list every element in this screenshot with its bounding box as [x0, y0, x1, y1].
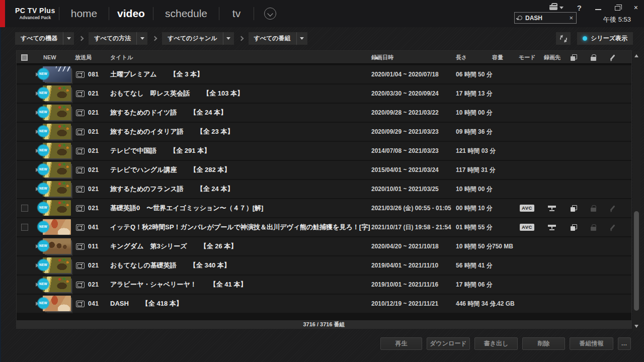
destination-device-icon [548, 225, 556, 230]
tv-icon [76, 90, 85, 97]
scrollbar-thumb[interactable] [634, 211, 639, 311]
program-info-button[interactable]: 番組情報 [570, 337, 613, 350]
duration: 10 時間 00 分 [456, 104, 493, 122]
duration: 17 時間 13 分 [456, 84, 493, 103]
col-mode[interactable]: モード [519, 51, 536, 64]
table-row[interactable]: NEW021旅するためのドイツ語【全 24 本】2020/09/28 ~ 202… [17, 104, 631, 122]
channel-number: 021 [88, 84, 99, 103]
title-cell: イッテQ！秋2時間SP！ガンバレがプールで神演技＆出川デヴィ熊の鮭捕獲を見ろ！[… [110, 218, 370, 236]
breadcrumb-chevron-icon [152, 36, 157, 41]
play-button[interactable]: 再生 [380, 337, 422, 350]
table-row[interactable]: NEW041イッテQ！秋2時間SP！ガンバレがプールで神演技＆出川デヴィ熊の鮭捕… [17, 218, 631, 236]
scroll-down-icon[interactable] [634, 325, 638, 328]
download-button[interactable]: ダウンロード [427, 337, 470, 350]
pencil-icon[interactable] [609, 54, 616, 61]
duration: 121 時間 03 分 [456, 142, 496, 160]
tab-tv[interactable]: tv [219, 8, 254, 20]
series-display-toggle[interactable]: シリーズ表示 [577, 32, 633, 45]
recording-date: 2014/07/08 ~ 2021/03/23 [371, 142, 439, 160]
file-size: 1.42 GB [492, 295, 515, 313]
table-row[interactable]: NEW041DASH【全 418 本】2010/12/19 ~ 2021/11/… [17, 295, 631, 313]
duration: 00 時間 10 分 [456, 199, 493, 217]
channel-number: 021 [88, 256, 99, 275]
tools-menu-button[interactable] [549, 5, 564, 10]
recordings-panel: NEW 放送局 タイトル 録画日時 長さ 容量 モード 録画先 NEW081土曜… [16, 50, 632, 329]
tab-home[interactable]: home [59, 8, 109, 20]
more-button[interactable]: … [618, 337, 631, 350]
lock-icon[interactable] [590, 54, 596, 61]
vertical-scrollbar[interactable] [633, 51, 640, 331]
thumbnail: NEW [43, 85, 71, 101]
search-clear-icon[interactable]: × [569, 15, 573, 21]
help-button[interactable]: ? [577, 4, 582, 12]
table-row[interactable]: NEW081土曜プレミアム【全 3 本】2020/01/04 ~ 2020/07… [17, 65, 631, 83]
table-row[interactable]: NEW021おもてなしの基礎英語【全 340 本】2019/04/01 ~ 20… [17, 256, 631, 275]
table-row[interactable]: NEW021テレビで中国語【全 291 本】2014/07/08 ~ 2021/… [17, 142, 631, 160]
tab-schedule[interactable]: schedule [153, 8, 219, 20]
pencil-icon [609, 205, 616, 212]
export-button[interactable]: 書き出し [474, 337, 518, 350]
dropdown-caret-icon[interactable] [63, 32, 74, 45]
title-cell: 旅するためのイタリア語【全 23 本】 [110, 123, 233, 141]
tv-icon [76, 186, 85, 193]
dropdown-caret-icon[interactable] [136, 32, 147, 45]
col-rec-date[interactable]: 録画日時 [371, 51, 379, 64]
file-size: 750 MB [492, 237, 513, 255]
lock-icon [590, 224, 596, 231]
table-row[interactable]: NEW021テレビでハングル講座【全 282 本】2015/04/01 ~ 20… [17, 161, 631, 179]
thumbnail: NEW [43, 277, 71, 292]
main-nav: home video schedule tv [59, 0, 276, 27]
program-title: 旅するためのドイツ語 [110, 104, 177, 122]
col-size[interactable]: 容量 [492, 51, 503, 64]
program-title: DASH [110, 295, 129, 313]
tv-icon [76, 71, 85, 78]
filter-genre-dropdown[interactable]: すべてのジャンル [162, 32, 233, 45]
thumbnail: NEW [43, 238, 71, 254]
refresh-button[interactable] [556, 32, 571, 45]
tv-icon [76, 205, 85, 212]
channel-number: 021 [88, 123, 99, 141]
copy-icon[interactable] [571, 54, 577, 61]
episode-count: 【全 418 本】 [142, 295, 183, 313]
nav-more-chevron-icon[interactable] [264, 8, 276, 20]
dropdown-caret-icon[interactable] [296, 32, 307, 45]
duration: 117 時間 31 分 [456, 161, 496, 179]
restore-button[interactable] [615, 6, 620, 11]
col-destination[interactable]: 録画先 [544, 51, 560, 64]
recording-date: 2019/10/01 ~ 2021/11/16 [371, 276, 438, 294]
close-button[interactable]: × [634, 4, 638, 11]
table-row[interactable]: NEW021基礎英語0 〜世界エイゴミッション〜（４７）[解]2021/03/2… [17, 199, 631, 217]
col-title[interactable]: タイトル [110, 51, 133, 64]
program-title: キングダム 第3シリーズ [110, 237, 187, 255]
dropdown-caret-icon[interactable] [223, 32, 234, 45]
thumbnail: NEW [43, 124, 71, 139]
toolbox-icon [549, 5, 557, 10]
table-row[interactable]: NEW011キングダム 第3シリーズ【全 26 本】2020/04/20 ~ 2… [17, 237, 631, 255]
delete-button[interactable]: 削除 [522, 337, 565, 350]
table-row[interactable]: NEW021旅するためのイタリア語【全 23 本】2020/09/29 ~ 20… [17, 123, 631, 141]
row-checkbox[interactable] [21, 224, 28, 231]
filter-device-dropdown[interactable]: すべての機器 [15, 32, 74, 45]
col-length[interactable]: 長さ [456, 51, 467, 64]
search-box[interactable]: × [514, 12, 577, 24]
titlebar: PC TV Plus Advanced Pack home video sche… [0, 0, 644, 27]
new-badge: NEW [38, 126, 49, 137]
row-checkbox[interactable] [21, 205, 28, 212]
tab-video[interactable]: video [109, 8, 153, 20]
new-badge: NEW [38, 164, 49, 175]
filter-program-dropdown[interactable]: すべての番組 [249, 32, 307, 45]
channel-number: 041 [88, 295, 99, 313]
channel-number: 011 [88, 237, 99, 255]
col-new[interactable]: NEW [43, 51, 56, 64]
col-station[interactable]: 放送局 [75, 51, 92, 64]
table-row[interactable]: NEW021おもてなし 即レス英会話【全 103 本】2020/03/30 ~ … [17, 84, 631, 103]
title-cell: おもてなしの基礎英語【全 340 本】 [110, 256, 230, 275]
scroll-up-icon[interactable] [634, 54, 638, 57]
filter-method-dropdown[interactable]: すべての方法 [89, 32, 147, 45]
table-row[interactable]: NEW021旅するためのフランス語【全 24 本】2020/10/01 ~ 20… [17, 180, 631, 198]
episode-count: 【全 23 本】 [197, 123, 234, 141]
search-input[interactable] [525, 15, 566, 22]
minimize-button[interactable] [595, 9, 601, 10]
select-all-checkbox[interactable] [21, 54, 28, 61]
table-row[interactable]: NEW021アラビーヤ・シャベリーヤ！【全 41 本】2019/10/01 ~ … [17, 276, 631, 294]
